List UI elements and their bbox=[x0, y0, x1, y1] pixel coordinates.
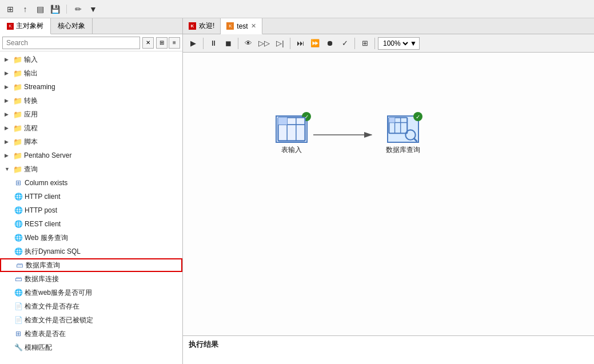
canvas-svg bbox=[183, 53, 594, 335]
toolbar: ▶ ⏸ ◼ 👁 ▷▷ ▷| ⏭ ⏩ ⏺ ✓ ⊞ 100% 5 bbox=[183, 34, 594, 53]
toolbar-play2-btn[interactable]: ▷▷ bbox=[256, 37, 272, 50]
tab-test-close[interactable]: ✕ bbox=[251, 22, 256, 30]
node-table-input-box: ✓ bbox=[276, 115, 308, 143]
tree-item-http-post[interactable]: 🌐 HTTP post bbox=[0, 203, 182, 217]
tree-item-check-table[interactable]: ⊞ 检查表是否在 bbox=[0, 327, 182, 341]
tree-item-flow[interactable]: ▶ 📁 流程 bbox=[0, 121, 182, 135]
tree-label-http-post: HTTP post bbox=[25, 206, 57, 214]
icon-check-table: ⊞ bbox=[14, 330, 23, 338]
sub-tabs: K 主对象树 核心对象 bbox=[0, 18, 182, 34]
tree-item-check-web[interactable]: 🌐 检查web服务是否可用 bbox=[0, 286, 182, 299]
title-bar-icons: ⊞ ↑ ▤ 💾 ✏ ▼ bbox=[5, 3, 99, 15]
toolbar-grid-btn[interactable]: ⊞ bbox=[358, 37, 372, 50]
right-panel: K 欢迎! K test ✕ ▶ ⏸ ◼ 👁 ▷▷ ▷| bbox=[183, 18, 594, 364]
db-query-icon bbox=[388, 117, 418, 142]
tree-item-query[interactable]: ▼ 📁 查询 bbox=[0, 162, 182, 176]
tree-item-check-file[interactable]: 📄 检查文件是否存在 bbox=[0, 299, 182, 313]
toolbar-pause-btn[interactable]: ⏸ bbox=[206, 37, 220, 50]
tree-item-output[interactable]: ▶ 📁 输出 bbox=[0, 66, 182, 80]
node-db-query[interactable]: ✓ 数据库查询 bbox=[377, 115, 429, 155]
arrow-script: ▶ bbox=[5, 139, 11, 145]
tree-item-input[interactable]: ▶ 📁 输入 bbox=[0, 53, 182, 66]
arrow-transform: ▶ bbox=[5, 98, 11, 103]
tree-label-db-query: 数据库查询 bbox=[26, 261, 60, 270]
toolbar-check-btn[interactable]: ✓ bbox=[338, 37, 352, 50]
tree-item-rest-client[interactable]: 🌐 REST client bbox=[0, 217, 182, 231]
tree-item-column-exists[interactable]: ⊞ Column exists bbox=[0, 176, 182, 190]
tree-item-transform[interactable]: ▶ 📁 转换 bbox=[0, 94, 182, 107]
left-panel: K 主对象树 核心对象 ✕ ⊞ ≡ ▶ 📁 bbox=[0, 18, 183, 364]
canvas[interactable]: ✓ 表输入 ✓ bbox=[183, 53, 594, 335]
tree-label-streaming: Streaming bbox=[24, 83, 55, 91]
sub-tab-label-main: 主对象树 bbox=[16, 21, 43, 31]
window-icon-2[interactable]: ↑ bbox=[19, 3, 31, 15]
tree-label-transform: 转换 bbox=[24, 96, 38, 106]
window-icon-4[interactable]: 💾 bbox=[49, 3, 61, 15]
tab-welcome-icon: K bbox=[189, 22, 196, 30]
toolbar-run-btn[interactable]: ▶ bbox=[186, 37, 200, 50]
tab-test-label: test bbox=[237, 22, 248, 30]
tree-label-web-service: Web 服务查询 bbox=[25, 233, 68, 243]
search-icon-grid[interactable]: ⊞ bbox=[156, 37, 168, 49]
tree-item-pentaho[interactable]: ▶ 📁 Pentaho Server bbox=[0, 149, 182, 162]
tree-label-script: 脚本 bbox=[24, 137, 38, 147]
tab-welcome[interactable]: K 欢迎! bbox=[183, 18, 221, 34]
search-bar: ✕ ⊞ ≡ bbox=[0, 34, 182, 51]
tree-item-check-file-lock[interactable]: 📄 检查文件是否已被锁定 bbox=[0, 313, 182, 327]
tree-item-fuzzy[interactable]: 🔧 模糊匹配 bbox=[0, 341, 182, 354]
search-input[interactable] bbox=[2, 37, 140, 49]
toolbar-skip-btn[interactable]: ⏭ bbox=[293, 37, 307, 50]
sub-tab-main-tree[interactable]: K 主对象树 bbox=[0, 18, 51, 34]
svg-point-12 bbox=[405, 130, 415, 139]
tree-item-http-client[interactable]: 🌐 HTTP client bbox=[0, 190, 182, 203]
toolbar-stop-btn[interactable]: ◼ bbox=[221, 37, 235, 50]
tree-item-script[interactable]: ▶ 📁 脚本 bbox=[0, 135, 182, 149]
tree-label-check-web: 检查web服务是否可用 bbox=[25, 288, 92, 298]
tab-test-icon: K bbox=[226, 22, 234, 30]
search-icons: ⊞ ≡ bbox=[156, 37, 180, 49]
bottom-panel-title: 执行结果 bbox=[189, 339, 588, 350]
zoom-select[interactable]: 100% 50% 75% 125% 150% 200% bbox=[381, 39, 410, 48]
window-icon-3[interactable]: ▤ bbox=[34, 3, 46, 15]
sub-tab-core[interactable]: 核心对象 bbox=[51, 18, 93, 34]
tree-label-pentaho: Pentaho Server bbox=[24, 151, 71, 159]
icon-web-service: 🌐 bbox=[14, 234, 23, 242]
node-db-query-box: ✓ bbox=[387, 115, 419, 143]
toolbar-skip2-btn[interactable]: ⏩ bbox=[308, 37, 322, 50]
tree-label-check-file: 检查文件是否存在 bbox=[25, 302, 79, 311]
toolbar-sep-5 bbox=[374, 38, 375, 49]
folder-icon-script: 📁 bbox=[13, 138, 22, 146]
tree-item-dynamic-sql[interactable]: 🌐 执行Dynamic SQL bbox=[0, 245, 182, 258]
node-table-input[interactable]: ✓ 表输入 bbox=[269, 115, 314, 155]
sub-tab-icon-main: K bbox=[7, 23, 14, 30]
tree-label-http-client: HTTP client bbox=[25, 193, 60, 201]
tree-item-apply[interactable]: ▶ 📁 应用 bbox=[0, 107, 182, 121]
toolbar-sep-2 bbox=[238, 38, 238, 49]
tree-item-db-connect[interactable]: 🗃 数据库连接 bbox=[0, 272, 182, 286]
search-icon-list[interactable]: ≡ bbox=[169, 37, 180, 49]
icon-check-file: 📄 bbox=[14, 302, 23, 310]
toolbar-sep-1 bbox=[203, 38, 204, 49]
window-icon-1[interactable]: ⊞ bbox=[5, 3, 16, 15]
arrow-query: ▼ bbox=[5, 166, 11, 172]
svg-rect-6 bbox=[278, 118, 287, 125]
tree-item-streaming[interactable]: ▶ 📁 Streaming bbox=[0, 80, 182, 94]
tab-test[interactable]: K test ✕ bbox=[221, 18, 262, 34]
tree-label-output: 输出 bbox=[24, 69, 38, 78]
toolbar-step-btn[interactable]: ▷| bbox=[273, 37, 287, 50]
tree-item-db-query[interactable]: 🗃 数据库查询 bbox=[0, 258, 182, 272]
toolbar-zoom[interactable]: 100% 50% 75% 125% 150% 200% ▼ bbox=[378, 37, 420, 50]
folder-icon-query: 📁 bbox=[13, 165, 22, 174]
window-icon-5[interactable]: ✏ bbox=[73, 3, 84, 15]
icon-rest-client: 🌐 bbox=[14, 220, 23, 228]
tree-item-web-service[interactable]: 🌐 Web 服务查询 bbox=[0, 231, 182, 245]
search-clear-btn[interactable]: ✕ bbox=[142, 37, 154, 49]
bottom-panel: 执行结果 bbox=[183, 335, 594, 364]
window-icon-6[interactable]: ▼ bbox=[87, 3, 99, 15]
arrow-apply: ▶ bbox=[5, 111, 11, 117]
tree-label-dynamic-sql: 执行Dynamic SQL bbox=[25, 247, 81, 257]
toolbar-rec-btn[interactable]: ⏺ bbox=[323, 37, 337, 50]
tree-label-flow: 流程 bbox=[24, 123, 38, 133]
toolbar-eye-btn[interactable]: 👁 bbox=[241, 37, 255, 50]
toolbar-sep-4 bbox=[354, 38, 355, 49]
